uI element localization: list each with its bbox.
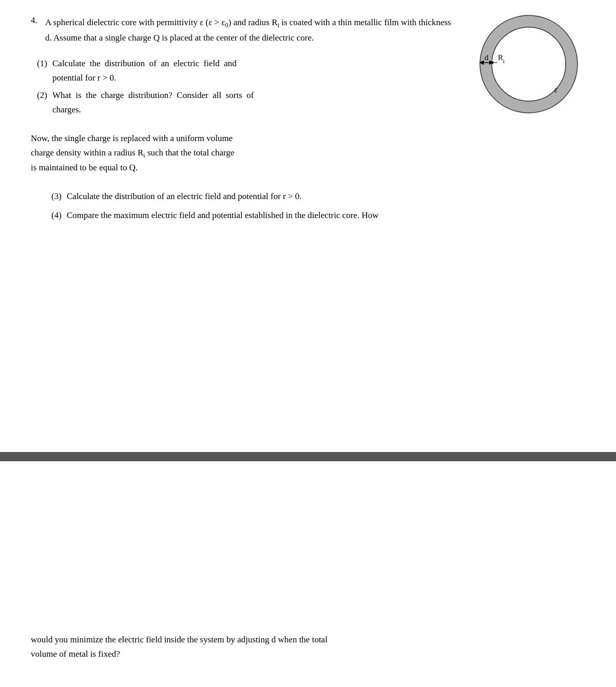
divider-bar <box>0 452 616 461</box>
sub-questions: (1) Calculate the distribution of an ele… <box>37 56 457 117</box>
lower-questions: (3) Calculate the distribution of an ele… <box>51 189 585 226</box>
sub-question-2: (2) What is the charge distribution? Con… <box>37 88 457 117</box>
lower-question-4-text: Compare the maximum electric field and p… <box>67 208 585 223</box>
lower-question-3: (3) Calculate the distribution of an ele… <box>51 189 585 204</box>
question-block: 4. A spherical dielectric core with perm… <box>31 15 585 227</box>
svg-text:ε: ε <box>554 85 558 94</box>
sub-question-2-text: What is the charge distribution? Conside… <box>52 88 457 117</box>
question-intro: A spherical dielectric core with permitt… <box>45 15 457 45</box>
question-number: 4. <box>31 15 45 26</box>
sub-question-1-text: Calculate the distribution of an electri… <box>52 56 457 85</box>
diagram-container: d Ri ε <box>467 10 585 118</box>
lower-question-3-text: Calculate the distribution of an electri… <box>67 189 585 204</box>
lower-question-3-number: (3) <box>51 189 67 204</box>
sub-question-2-number: (2) <box>37 88 52 103</box>
page-wrapper: 4. A spherical dielectric core with perm… <box>0 0 616 687</box>
sub-question-1-number: (1) <box>37 56 52 71</box>
lower-question-4-number: (4) <box>51 208 67 223</box>
svg-text:d: d <box>485 53 489 62</box>
footer-section: would you minimize the electric field in… <box>31 633 585 661</box>
footer-text: would you minimize the electric field in… <box>31 633 585 661</box>
lower-question-4: (4) Compare the maximum electric field a… <box>51 208 585 223</box>
diagram-svg: d Ri ε <box>472 10 580 118</box>
sub-question-1: (1) Calculate the distribution of an ele… <box>37 56 457 85</box>
middle-paragraph: Now, the single charge is replaced with … <box>31 131 457 175</box>
